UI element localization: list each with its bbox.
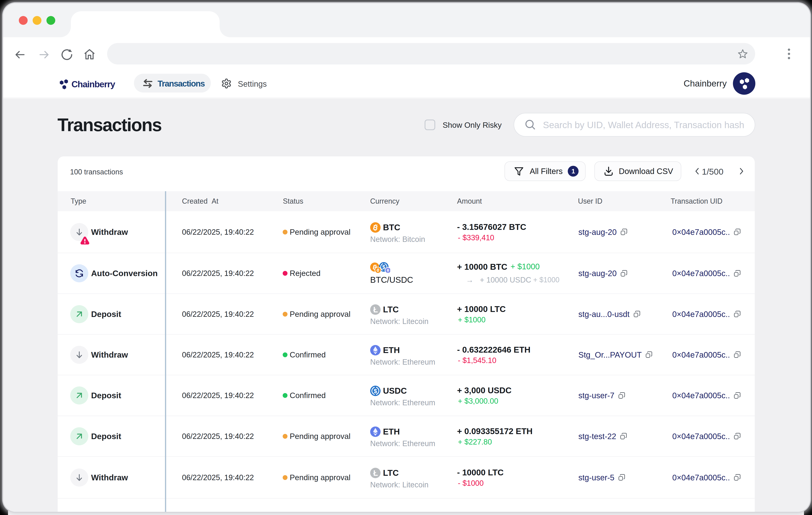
svg-text:$: $ [382,264,385,270]
